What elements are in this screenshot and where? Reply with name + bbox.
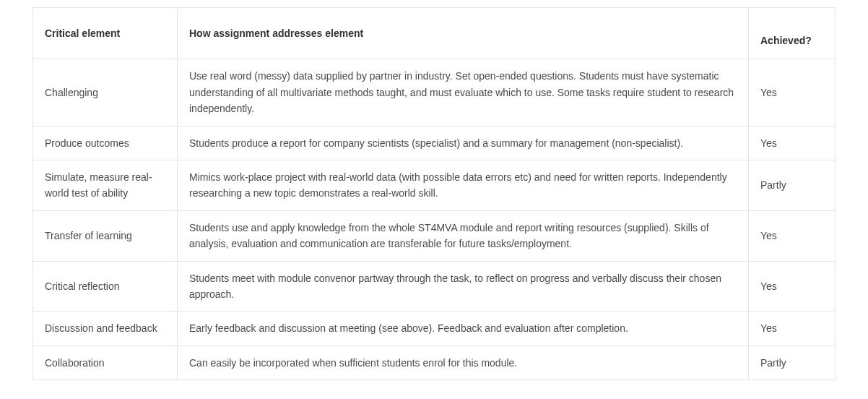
cell-how: Students meet with module convenor partw… xyxy=(178,261,749,312)
cell-how: Students use and apply knowledge from th… xyxy=(178,210,749,261)
cell-how: Mimics work-place project with real-worl… xyxy=(178,160,749,210)
cell-achieved: Partly xyxy=(749,346,836,379)
header-how-addresses: How assignment addresses element xyxy=(178,8,749,59)
table-body: Challenging Use real word (messy) data s… xyxy=(33,59,836,380)
cell-how: Students produce a report for company sc… xyxy=(178,126,749,160)
cell-achieved: Yes xyxy=(749,210,836,261)
table-row: Simulate, measure real-world test of abi… xyxy=(33,160,836,210)
table-row: Produce outcomes Students produce a repo… xyxy=(33,126,836,160)
table-row: Transfer of learning Students use and ap… xyxy=(33,210,836,261)
header-critical-element: Critical element xyxy=(33,8,178,59)
cell-achieved: Yes xyxy=(749,261,836,312)
cell-achieved: Yes xyxy=(749,59,836,126)
cell-element: Discussion and feedback xyxy=(33,312,178,346)
cell-element: Challenging xyxy=(33,59,178,126)
cell-achieved: Yes xyxy=(749,312,836,346)
table-row: Collaboration Can easily be incorporated… xyxy=(33,346,836,379)
table-row: Discussion and feedback Early feedback a… xyxy=(33,312,836,346)
cell-element: Produce outcomes xyxy=(33,126,178,160)
cell-how: Early feedback and discussion at meeting… xyxy=(178,312,749,346)
header-achieved: Achieved? xyxy=(749,8,836,59)
cell-element: Collaboration xyxy=(33,346,178,379)
assessment-table: Critical element How assignment addresse… xyxy=(32,7,836,380)
table-row: Critical reflection Students meet with m… xyxy=(33,261,836,312)
cell-how: Use real word (messy) data supplied by p… xyxy=(178,59,749,126)
cell-achieved: Yes xyxy=(749,126,836,160)
cell-how: Can easily be incorporated when sufficie… xyxy=(178,346,749,379)
cell-element: Transfer of learning xyxy=(33,210,178,261)
table-row: Challenging Use real word (messy) data s… xyxy=(33,59,836,126)
cell-element: Simulate, measure real-world test of abi… xyxy=(33,160,178,210)
table-header-row: Critical element How assignment addresse… xyxy=(33,8,836,59)
cell-achieved: Partly xyxy=(749,160,836,210)
cell-element: Critical reflection xyxy=(33,261,178,312)
